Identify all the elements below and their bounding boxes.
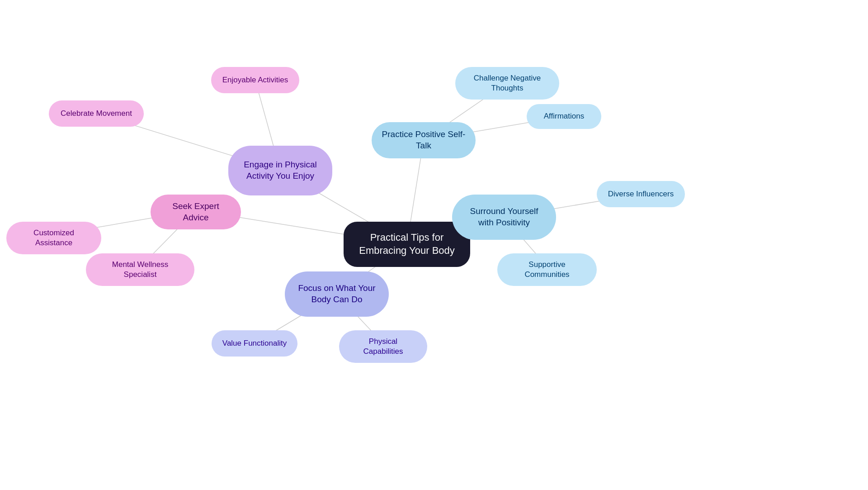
node-seek[interactable]: Seek Expert Advice: [151, 195, 241, 229]
node-customized[interactable]: Customized Assistance: [6, 222, 101, 254]
node-affirmations[interactable]: Affirmations: [527, 104, 601, 129]
node-mental[interactable]: Mental Wellness Specialist: [86, 253, 194, 286]
node-challenge[interactable]: Challenge Negative Thoughts: [455, 67, 559, 100]
node-center[interactable]: Practical Tips for Embracing Your Body: [344, 222, 470, 267]
node-surround[interactable]: Surround Yourself with Positivity: [452, 195, 556, 240]
node-positive_talk[interactable]: Practice Positive Self-Talk: [372, 122, 476, 158]
node-celebrate[interactable]: Celebrate Movement: [49, 100, 144, 127]
mindmap-container: Practical Tips for Embracing Your BodyEn…: [0, 0, 868, 490]
node-physical[interactable]: Physical Capabilities: [339, 330, 427, 363]
node-diverse[interactable]: Diverse Influencers: [597, 181, 685, 207]
node-supportive[interactable]: Supportive Communities: [497, 253, 597, 286]
node-focus[interactable]: Focus on What Your Body Can Do: [285, 271, 389, 317]
node-engage[interactable]: Engage in Physical Activity You Enjoy: [228, 146, 332, 195]
node-enjoyable[interactable]: Enjoyable Activities: [211, 67, 299, 93]
node-value[interactable]: Value Functionality: [212, 330, 297, 357]
